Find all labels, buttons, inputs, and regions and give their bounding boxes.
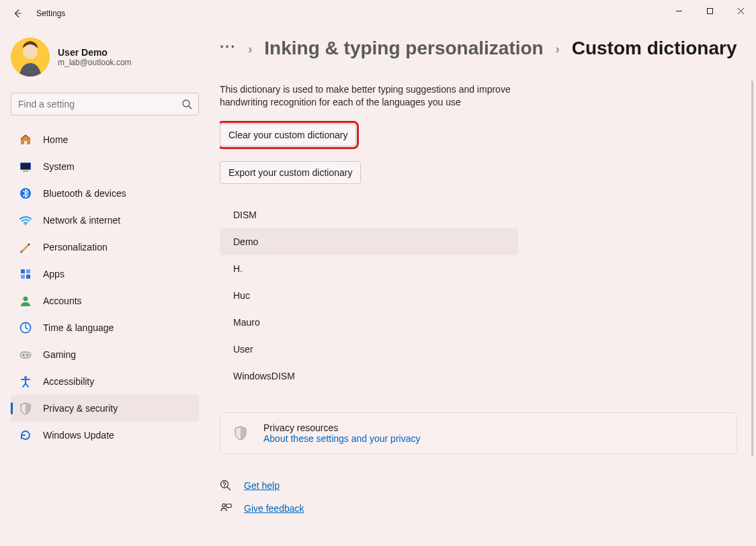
accessibility-icon — [19, 375, 32, 388]
svg-rect-9 — [21, 269, 25, 273]
svg-point-17 — [27, 355, 28, 356]
titlebar: Settings — [0, 0, 756, 27]
svg-rect-15 — [20, 352, 31, 358]
sidebar-item-gaming[interactable]: Gaming — [11, 341, 199, 368]
scrollbar[interactable] — [751, 81, 753, 457]
give-feedback-link[interactable]: Give feedback — [220, 497, 747, 520]
sidebar-item-system[interactable]: System — [11, 153, 199, 180]
svg-point-7 — [25, 224, 26, 225]
accounts-icon — [19, 294, 32, 308]
shield-icon — [233, 425, 249, 441]
system-icon — [19, 160, 32, 173]
feedback-icon — [220, 502, 232, 514]
svg-point-21 — [222, 504, 226, 507]
search-wrap — [11, 93, 199, 116]
user-card[interactable]: User Demo m_lab@outlook.com — [11, 38, 199, 77]
back-button[interactable] — [7, 3, 28, 24]
svg-rect-11 — [21, 275, 25, 279]
breadcrumb: ··· › Inking & typing personalization › … — [220, 38, 747, 59]
svg-point-20 — [224, 486, 224, 486]
resources-link[interactable]: About these settings and your privacy — [263, 433, 420, 444]
dictionary-word[interactable]: H. — [220, 255, 518, 282]
privacy-icon — [19, 402, 32, 415]
svg-rect-4 — [21, 163, 30, 169]
app-title: Settings — [36, 9, 65, 18]
svg-point-16 — [23, 355, 24, 356]
gaming-icon — [19, 348, 32, 361]
svg-point-2 — [183, 100, 190, 107]
sidebar-item-accessibility[interactable]: Accessibility — [11, 368, 199, 395]
maximize-button[interactable] — [694, 0, 725, 21]
dictionary-word[interactable]: DISM — [220, 201, 518, 228]
give-feedback-label: Give feedback — [244, 503, 304, 514]
sidebar-item-home[interactable]: Home — [11, 126, 199, 153]
privacy-resources-card[interactable]: Privacy resources About these settings a… — [220, 412, 737, 454]
nav-list: HomeSystemBluetooth & devicesNetwork & i… — [11, 126, 199, 449]
sidebar-item-label: Time & language — [43, 322, 114, 333]
svg-point-8 — [20, 251, 22, 253]
clear-dictionary-button[interactable]: Clear your custom dictionary — [220, 124, 356, 146]
get-help-link[interactable]: Get help — [220, 474, 747, 497]
search-icon — [181, 99, 192, 109]
sidebar-item-label: Accounts — [43, 295, 82, 306]
sidebar-item-label: Accessibility — [43, 376, 94, 387]
bluetooth-icon — [19, 187, 32, 200]
sidebar-item-privacy[interactable]: Privacy & security — [11, 395, 199, 422]
svg-rect-22 — [226, 504, 231, 507]
help-icon — [220, 480, 232, 492]
sidebar-item-accounts[interactable]: Accounts — [11, 287, 199, 314]
network-icon — [19, 214, 32, 227]
sidebar-item-label: Windows Update — [43, 430, 114, 441]
page-title: Custom dictionary — [572, 38, 737, 59]
dictionary-word[interactable]: User — [220, 336, 518, 363]
sidebar-item-update[interactable]: Windows Update — [11, 422, 199, 449]
page-description: This dictionary is used to make better t… — [220, 83, 515, 109]
dictionary-list: DISMDemoH.HucMauroUserWindowsDISM — [220, 201, 518, 390]
sidebar-item-personalization[interactable]: Personalization — [11, 234, 199, 261]
sidebar-item-label: System — [43, 161, 75, 172]
sidebar-item-label: Personalization — [43, 242, 108, 253]
sidebar: User Demo m_lab@outlook.com HomeSystemBl… — [11, 38, 199, 449]
dictionary-word[interactable]: WindowsDISM — [220, 363, 518, 390]
search-input[interactable] — [11, 93, 199, 116]
breadcrumb-parent[interactable]: Inking & typing personalization — [264, 38, 543, 59]
sidebar-item-bluetooth[interactable]: Bluetooth & devices — [11, 180, 199, 207]
personalization-icon — [19, 240, 32, 254]
home-icon — [19, 133, 32, 146]
chevron-right-icon: › — [248, 42, 252, 56]
minimize-button[interactable] — [663, 0, 694, 21]
svg-rect-12 — [26, 275, 30, 279]
svg-point-13 — [24, 297, 28, 302]
sidebar-item-label: Home — [43, 134, 68, 145]
close-button[interactable] — [725, 0, 756, 21]
chevron-right-icon: › — [556, 42, 560, 56]
apps-icon — [19, 267, 32, 281]
get-help-label: Get help — [244, 480, 280, 491]
svg-point-18 — [24, 376, 27, 379]
window-controls — [663, 0, 756, 21]
main-content: ··· › Inking & typing personalization › … — [220, 38, 747, 546]
sidebar-item-network[interactable]: Network & internet — [11, 207, 199, 234]
back-arrow-icon — [13, 9, 22, 18]
dictionary-word[interactable]: Demo — [220, 228, 518, 255]
sidebar-item-label: Network & internet — [43, 215, 120, 226]
sidebar-item-label: Privacy & security — [43, 403, 118, 414]
sidebar-item-label: Gaming — [43, 349, 76, 360]
user-email: m_lab@outlook.com — [58, 58, 132, 67]
dictionary-word[interactable]: Huc — [220, 282, 518, 309]
svg-rect-5 — [23, 171, 28, 172]
resources-title: Privacy resources — [263, 422, 420, 433]
export-dictionary-button[interactable]: Export your custom dictionary — [220, 161, 361, 184]
settings-window: Settings User Demo m_lab@outlook.com — [0, 0, 756, 546]
sidebar-item-apps[interactable]: Apps — [11, 261, 199, 287]
update-icon — [19, 428, 32, 442]
dictionary-word[interactable]: Mauro — [220, 309, 518, 336]
sidebar-item-label: Bluetooth & devices — [43, 188, 126, 199]
sidebar-item-time[interactable]: Time & language — [11, 314, 199, 341]
svg-rect-10 — [26, 269, 30, 273]
breadcrumb-overflow[interactable]: ··· — [220, 38, 236, 56]
svg-rect-0 — [707, 8, 712, 13]
user-name: User Demo — [58, 47, 132, 58]
time-icon — [19, 321, 32, 334]
footer-links: Get help Give feedback — [220, 474, 747, 520]
